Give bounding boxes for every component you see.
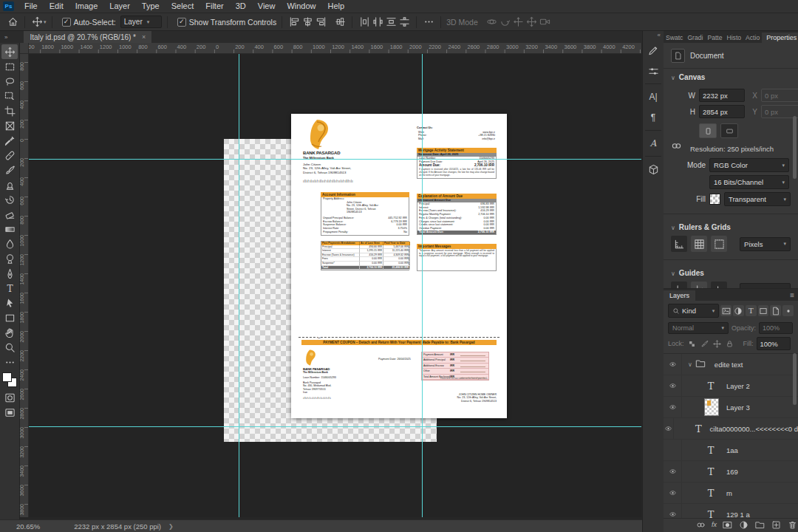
layer-visibility-toggle[interactable] (664, 397, 682, 417)
layer-row[interactable]: T1aa (664, 440, 798, 461)
layer-row[interactable]: T169 (664, 461, 798, 482)
color-mode-dropdown[interactable]: RGB Color▾ (709, 158, 789, 172)
filter-type-layers-icon[interactable]: T (746, 305, 757, 316)
guides-section-header[interactable]: ∨Guides (664, 265, 798, 279)
adjustment-layer-icon[interactable] (738, 519, 749, 531)
canvas-section-header[interactable]: ∨Canvas (664, 69, 798, 83)
guide-horizontal-1[interactable] (28, 159, 641, 160)
filter-toggle-icon[interactable] (782, 305, 794, 316)
layer-row[interactable]: ∨edite text (664, 354, 798, 375)
link-layers-icon[interactable] (695, 519, 706, 531)
fill-dropdown[interactable]: Transparent▾ (724, 192, 791, 206)
portrait-orientation-button[interactable] (699, 123, 717, 138)
healing-brush-tool[interactable] (1, 148, 18, 163)
edit-toolbar[interactable] (1, 355, 18, 369)
filter-shape-layers-icon[interactable] (758, 305, 769, 316)
distribute-left-icon[interactable] (358, 16, 371, 29)
align-middle-icon[interactable] (333, 16, 347, 29)
tab-gradi[interactable]: Gradi (685, 33, 705, 43)
menu-edit[interactable]: Edit (44, 0, 69, 13)
tab-swatc[interactable]: Swatc (664, 33, 685, 43)
hand-tool[interactable] (1, 325, 18, 340)
tab-histo[interactable]: Histo (725, 33, 744, 43)
menu-3d[interactable]: 3D (230, 0, 252, 13)
layer-visibility-toggle[interactable] (664, 461, 682, 482)
align-left-icon[interactable] (287, 16, 301, 29)
lasso-tool[interactable] (1, 74, 18, 89)
close-tab-icon[interactable]: × (142, 33, 146, 41)
menu-select[interactable]: Select (166, 0, 200, 13)
blur-tool[interactable] (1, 236, 18, 251)
zoom-tool[interactable] (1, 340, 18, 355)
tab-patte[interactable]: Patte (705, 33, 724, 43)
height-field[interactable]: 2854 px (699, 105, 745, 118)
layer-visibility-toggle[interactable] (664, 375, 682, 396)
bit-depth-dropdown[interactable]: 16 Bits/Channel▾ (709, 175, 789, 189)
screen-mode-button[interactable] (1, 405, 18, 420)
lock-pixels-icon[interactable] (700, 339, 709, 349)
paragraph-panel-icon[interactable]: ¶ (644, 109, 662, 126)
filter-pixel-layers-icon[interactable] (720, 305, 732, 316)
new-group-icon[interactable] (754, 519, 765, 531)
tab-actio[interactable]: Actio (743, 33, 762, 43)
layer-style-icon[interactable]: fx (712, 521, 717, 528)
collapse-right-icon[interactable]: « (658, 31, 664, 40)
quick-mask-button[interactable] (1, 390, 18, 405)
layer-visibility-toggle[interactable] (664, 440, 682, 460)
tab-properties[interactable]: Properties (762, 33, 798, 43)
home-icon[interactable] (6, 16, 19, 29)
marquee-tool[interactable] (1, 59, 18, 74)
libraries-panel-icon[interactable] (644, 160, 662, 178)
blend-mode-dropdown[interactable]: Normal▾ (668, 322, 729, 334)
gradient-tool[interactable] (1, 222, 18, 236)
menu-view[interactable]: View (252, 0, 282, 13)
layer-mask-icon[interactable] (722, 519, 733, 531)
foreground-color-chip[interactable] (2, 372, 12, 382)
align-center-icon[interactable] (301, 16, 314, 29)
filter-adjustment-layers-icon[interactable] (733, 305, 744, 316)
guide-vertical-2[interactable] (422, 53, 423, 517)
menu-type[interactable]: Type (136, 0, 166, 13)
layers-fill-field[interactable]: 100% (757, 337, 791, 350)
color-chips[interactable] (2, 372, 17, 387)
layer-visibility-toggle[interactable] (664, 418, 674, 439)
link-dimensions-icon[interactable] (671, 140, 682, 153)
distribute-vertical-icon[interactable] (398, 16, 411, 29)
align-right-icon[interactable] (314, 16, 327, 29)
move-tool-icon[interactable] (30, 16, 44, 29)
menu-layer[interactable]: Layer (103, 0, 136, 13)
layer-row[interactable]: TLayer 2 (664, 375, 798, 397)
landscape-orientation-button[interactable] (720, 123, 738, 138)
layer-visibility-toggle[interactable] (664, 482, 682, 503)
path-selection-tool[interactable] (1, 296, 18, 310)
frame-tool[interactable] (1, 118, 18, 133)
group-expand-caret[interactable]: ∨ (688, 361, 692, 368)
move-tool[interactable] (1, 44, 18, 59)
collapse-left-icon[interactable]: » (0, 34, 10, 43)
layer-row[interactable]: Tcilta0000000...<<<<<<<<0 d (664, 418, 798, 440)
layer-row[interactable]: Layer 3 (664, 397, 798, 418)
layer-visibility-toggle[interactable] (664, 354, 682, 375)
menu-image[interactable]: Image (69, 0, 104, 13)
lock-all-icon[interactable] (725, 339, 734, 349)
zoom-level[interactable]: 20.65% (16, 522, 40, 531)
canvas-area[interactable]: BANK PASARGAD The Millennium Bank John C… (28, 53, 641, 517)
rulers-grids-section-header[interactable]: ∨Rulers & Grids (664, 219, 798, 233)
history-panel-icon[interactable] (644, 41, 662, 59)
history-brush-tool[interactable] (1, 192, 18, 207)
adjustments-panel-icon[interactable] (644, 62, 662, 80)
toggle-pixel-grid-icon[interactable] (711, 236, 727, 252)
distribute-top-icon[interactable] (384, 16, 398, 29)
status-chevron-icon[interactable]: ❯ (168, 523, 174, 530)
menu-file[interactable]: File (18, 0, 44, 13)
object-selection-tool[interactable] (1, 89, 18, 103)
toggle-grid-icon[interactable] (691, 236, 707, 252)
auto-select-checkbox[interactable]: ✓ (62, 18, 71, 27)
rectangle-tool[interactable] (1, 310, 18, 325)
character-panel-icon[interactable]: A| (644, 88, 662, 106)
clone-stamp-tool[interactable] (1, 177, 18, 192)
distribute-horizontal-icon[interactable] (371, 16, 384, 29)
eyedropper-tool[interactable] (1, 133, 18, 148)
menu-filter[interactable]: Filter (200, 0, 229, 13)
ruler-origin[interactable] (19, 43, 29, 54)
